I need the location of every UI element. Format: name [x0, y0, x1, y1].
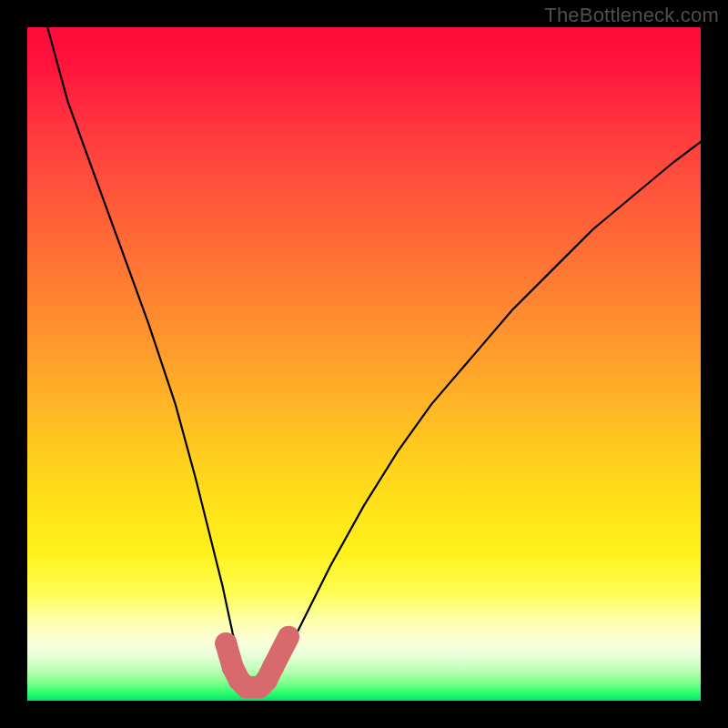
chart-frame: TheBottleneck.com: [0, 0, 728, 728]
plot-area: [27, 27, 701, 701]
highlight-markers: [215, 630, 296, 699]
chart-svg: [27, 27, 701, 701]
watermark-text: TheBottleneck.com: [544, 4, 719, 27]
highlight-dot-outlier: [281, 630, 296, 644]
highlight-dot: [215, 632, 237, 654]
highlight-dot: [262, 656, 284, 678]
bottleneck-curve: [47, 27, 701, 691]
